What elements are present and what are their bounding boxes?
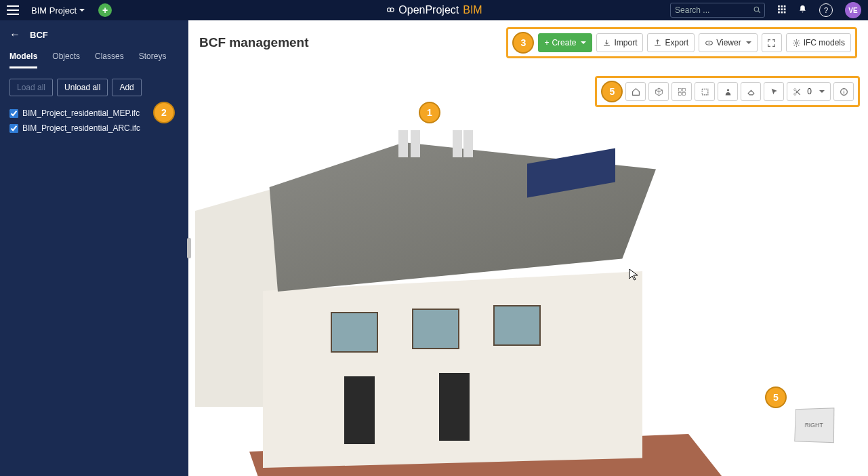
apps-icon[interactable] <box>777 5 786 16</box>
svg-rect-5 <box>781 5 783 7</box>
help-icon[interactable]: ? <box>819 3 833 17</box>
export-icon <box>653 39 662 47</box>
svg-point-14 <box>709 42 710 43</box>
search-input[interactable] <box>670 3 765 18</box>
search-icon[interactable] <box>753 5 762 16</box>
svg-rect-6 <box>784 5 786 7</box>
chevron-down-icon <box>79 9 85 12</box>
fullscreen-button[interactable] <box>762 33 782 52</box>
export-label: Export <box>665 38 688 47</box>
sidebar-tabs: Models Objects Classes Storeys <box>0 46 188 69</box>
import-label: Import <box>614 38 637 47</box>
model-checkbox[interactable] <box>9 109 18 118</box>
avatar-initials: VE <box>848 7 857 14</box>
tab-objects[interactable]: Objects <box>52 52 80 68</box>
add-model-button[interactable]: Add <box>112 79 141 96</box>
plus-icon: + <box>544 38 549 47</box>
svg-rect-11 <box>781 12 783 14</box>
tab-classes[interactable]: Classes <box>95 52 124 68</box>
svg-rect-9 <box>784 8 786 10</box>
bell-icon[interactable] <box>798 5 807 16</box>
chevron-down-icon <box>746 41 751 44</box>
svg-rect-12 <box>784 12 786 14</box>
model-checkbox[interactable] <box>9 124 18 133</box>
sidebar-title: BCF <box>30 30 48 40</box>
load-all-button[interactable]: Load all <box>9 79 53 96</box>
topbar-right: ? VE <box>670 2 861 18</box>
mouse-cursor-icon <box>629 269 638 283</box>
project-selector[interactable]: BIM Project <box>31 5 85 16</box>
tab-models[interactable]: Models <box>9 52 37 68</box>
logo-icon <box>386 3 394 18</box>
gear-icon <box>792 39 801 47</box>
chevron-down-icon <box>581 41 586 44</box>
svg-rect-10 <box>778 12 780 14</box>
avatar[interactable]: VE <box>845 2 861 18</box>
sidebar: ← BCF Models Objects Classes Storeys Loa… <box>0 20 188 476</box>
unload-all-button[interactable]: Unload all <box>57 79 108 96</box>
add-button[interactable]: + <box>98 3 112 17</box>
tab-storeys[interactable]: Storeys <box>139 52 167 68</box>
svg-point-2 <box>754 7 759 12</box>
project-name-label: BIM Project <box>31 5 77 16</box>
svg-rect-7 <box>778 8 780 10</box>
callout-badge-2: 2 <box>153 102 175 123</box>
menu-icon[interactable] <box>7 5 19 15</box>
import-icon <box>602 39 611 47</box>
viewer-label: Viewer <box>716 38 741 47</box>
splitter-handle[interactable] <box>187 238 191 258</box>
eye-icon <box>705 39 714 47</box>
callout-badge-3: 3 <box>512 32 534 54</box>
cube-face-right[interactable]: RIGHT <box>794 408 834 443</box>
svg-point-15 <box>795 41 798 43</box>
ifc-models-label: IFC models <box>804 38 845 47</box>
svg-rect-4 <box>778 5 780 7</box>
viewer-button[interactable]: Viewer <box>699 33 757 52</box>
content-area: BCF management 3 + Create Import Export <box>188 20 868 476</box>
model-controls: Load all Unload all Add <box>0 69 188 106</box>
navigation-cube[interactable]: RIGHT <box>793 408 841 456</box>
fullscreen-icon <box>767 39 776 47</box>
page-title: BCF management <box>199 35 309 50</box>
logo-text-main: OpenProject <box>398 4 459 16</box>
svg-rect-8 <box>781 8 783 10</box>
app-logo: OpenProjectBIM <box>386 3 482 18</box>
callout-badge-5b: 5 <box>765 386 787 408</box>
export-button[interactable]: Export <box>647 33 695 52</box>
create-button[interactable]: + Create <box>538 33 592 52</box>
3d-viewer[interactable]: 1 5 RIGHT <box>188 54 868 476</box>
topbar: BIM Project + OpenProjectBIM ? VE <box>0 0 868 20</box>
import-button[interactable]: Import <box>596 33 643 52</box>
building-model <box>195 136 710 475</box>
callout-badge-1: 1 <box>419 102 440 123</box>
logo-text-accent: BIM <box>463 4 482 16</box>
svg-line-3 <box>758 11 760 13</box>
model-item[interactable]: BIM_Project_residential_ARC.ifc <box>9 121 179 136</box>
model-name: BIM_Project_residential_MEP.ifc <box>22 108 140 118</box>
ifc-models-button[interactable]: IFC models <box>786 33 851 52</box>
model-name: BIM_Project_residential_ARC.ifc <box>22 123 140 133</box>
back-arrow-icon[interactable]: ← <box>9 28 20 41</box>
create-label: Create <box>552 38 576 47</box>
search-box <box>670 3 765 18</box>
